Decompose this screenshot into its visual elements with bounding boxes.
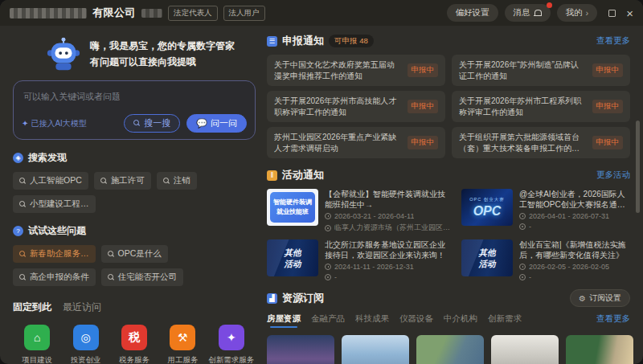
notice-card[interactable]: 关于开展2026年苏州市工程系列职称评审工作的通知 申报中: [452, 91, 630, 122]
app-tile-employment-service[interactable]: ⚒ 用工服务: [158, 325, 207, 364]
app-tile-project-construction[interactable]: ⌂ 项目建设: [13, 325, 61, 364]
chart-icon: ▟: [267, 293, 277, 304]
app-tile-investment-startup[interactable]: ◎ 投资创业: [61, 325, 109, 364]
ask-button[interactable]: 💬 问一问: [186, 114, 247, 133]
search-icon: [19, 251, 27, 258]
search-icon: [19, 274, 27, 281]
questions-title: 试试这些问题: [28, 224, 86, 238]
resource-card[interactable]: 蒲公英孵化器，苏州国际科技园五期，…: [566, 335, 633, 364]
discover-chip[interactable]: 人工智能OPC: [13, 172, 88, 190]
activity-location: -: [519, 273, 630, 281]
question-chip[interactable]: OPC是什么: [101, 245, 168, 263]
app-window: 有限公司 法定代表人 法人用户 偏好设置 消息 我的: [0, 0, 643, 364]
notices-more-link[interactable]: 查看更多: [596, 35, 630, 47]
search-button[interactable]: 搜一搜: [124, 114, 180, 133]
resource-tabs: 房屋资源 金融产品 科技成果 仪器设备 中介机构 创新需求 查看更多: [267, 313, 630, 328]
activity-card[interactable]: 其他 活动 北交所江苏服务基地设立园区企业接待日，欢迎园区企业来访来询！ 202…: [267, 239, 450, 281]
tab-pinned[interactable]: 固定到此: [13, 301, 51, 314]
notice-card[interactable]: 关于开展2026年“苏州制造”品牌认证工作的通知 申报中: [452, 55, 630, 86]
property-photo: [416, 335, 484, 364]
worker-icon: ⚒: [170, 325, 195, 350]
activity-card[interactable]: 智能硬件装调 就业技能班 【会帮就业】智能硬件装调就业技能班招生中→ 2026-…: [267, 189, 450, 233]
restore-window-button[interactable]: [608, 9, 616, 17]
scrollbar-thumb[interactable]: [636, 121, 640, 213]
tab-housing[interactable]: 房屋资源: [267, 313, 301, 328]
company-suffix: 有限公司: [92, 6, 136, 20]
search-icon: [108, 251, 115, 258]
assistant-search-box: ✦ 已接入AI大模型 搜一搜 💬 问一问: [13, 80, 256, 140]
activity-card[interactable]: OPC 创业大赛 OPC @全球AI创业者，2026国际人工智能OPC创业大赛报…: [461, 189, 630, 233]
status-badge: 申报中: [408, 63, 439, 77]
search-icon: [19, 201, 27, 208]
company-name-redacted: [10, 8, 87, 18]
activity-date: 2026-03-21 - 2026-04-11: [325, 212, 450, 220]
question-chip-highlighted[interactable]: 新春助企服务…: [13, 245, 96, 263]
left-panel: 嗨，我是易宝，您的专属数字管家 有问题可以直接向我提哦 ✦ 已接入AI大模型 搜…: [13, 35, 256, 364]
status-badge: 申报中: [592, 136, 624, 149]
bulb-icon: ✦: [219, 325, 244, 350]
resource-card[interactable]: 桑田岛科创园2号楼409室: [342, 335, 409, 364]
location-icon: [325, 274, 331, 280]
badge-corporate-user: 法人用户: [223, 6, 265, 21]
mascot-robot-icon: [45, 35, 82, 72]
question-chip[interactable]: 住宅能否开公司: [101, 268, 184, 286]
resource-card[interactable]: 6-9A0: [267, 335, 334, 364]
resources-more-link[interactable]: 查看更多: [596, 313, 630, 325]
notification-dot: [547, 2, 552, 8]
question-chips: 新春助企服务… OPC是什么 高企申报的条件 住宅能否开公司: [13, 245, 256, 286]
tab-recent[interactable]: 最近访问: [63, 301, 101, 314]
notice-card[interactable]: 关于组织开展第六批能源领域首台（套）重大技术装备申报工作的通知 申报中: [452, 127, 630, 158]
my-account-button[interactable]: 我的: [557, 4, 598, 22]
calendar-icon: ‖: [267, 170, 277, 181]
messages-button[interactable]: 消息: [505, 4, 551, 22]
property-photo: [566, 335, 633, 364]
document-icon: ☰: [267, 36, 277, 47]
discover-chip[interactable]: 小型建设工程…: [13, 195, 96, 213]
location-icon: [325, 225, 331, 231]
notice-card[interactable]: 关于开展2026年苏州市高技能人才职称评审工作的通知 申报中: [267, 91, 445, 122]
activity-thumbnail: OPC 创业大赛 OPC: [461, 189, 513, 226]
app-tile-tax-service[interactable]: 税 税务服务: [110, 325, 158, 364]
notices-header: ☰ 申报通知 可申报 48 查看更多: [267, 34, 630, 48]
titlebar-actions: 偏好设置 消息 我的: [447, 4, 633, 22]
app-tile-innovation-demand[interactable]: ✦ 创新需求服务: [207, 325, 256, 364]
discover-chip[interactable]: 注销: [157, 172, 197, 190]
status-badge: 申报中: [408, 100, 439, 113]
resource-card-row: 6-9A0 桑田岛科创园2号楼409室 56文创园，通园路，办公，95-1800…: [267, 335, 630, 364]
ai-model-note: ✦ 已接入AI大模型: [22, 118, 87, 129]
ask-button-label: 问一问: [211, 117, 237, 129]
chat-icon: 💬: [196, 118, 207, 129]
question-icon: ?: [13, 226, 23, 236]
activity-location: 临享人力资源市场（苏州工业园区…: [325, 223, 450, 233]
tab-intermediaries[interactable]: 中介机构: [444, 313, 477, 328]
activities-more-link[interactable]: 更多活动: [596, 170, 630, 181]
tab-finance[interactable]: 金融产品: [311, 313, 345, 328]
activity-card[interactable]: 其他 活动 创业百宝箱|《新增值税法实施后，有哪些新变化值得关注》 2026-0…: [461, 239, 630, 281]
resources-title: 资源订阅: [282, 291, 324, 305]
tab-tech-achievements[interactable]: 科技成果: [355, 313, 389, 328]
activity-thumbnail: 其他 活动: [461, 239, 513, 276]
location-icon: [519, 223, 526, 230]
property-photo: [491, 335, 559, 364]
close-window-button[interactable]: [626, 7, 633, 19]
tab-instruments[interactable]: 仪器设备: [399, 313, 433, 328]
activities-title: 活动通知: [282, 168, 324, 182]
notice-card[interactable]: 苏州工业园区2026年重点产业紧缺人才需求调研启动 申报中: [267, 127, 445, 158]
gear-icon: [579, 294, 586, 303]
resource-card[interactable]: 富华科技大厦，崇文路，办公，1340平: [491, 335, 559, 364]
discover-chip[interactable]: 施工许可: [94, 172, 151, 190]
notice-card[interactable]: 关于中国文化艺术政府奖第五届动漫奖申报推荐工作的通知 申报中: [267, 55, 445, 86]
status-badge: 申报中: [408, 136, 439, 149]
resources-header: ▟ 资源订阅 订阅设置: [267, 289, 630, 307]
preferences-button[interactable]: 偏好设置: [447, 4, 498, 22]
activity-location: -: [325, 273, 450, 281]
messages-label: 消息: [514, 7, 530, 18]
search-input[interactable]: [22, 91, 247, 102]
tax-shield-icon: 税: [121, 325, 147, 350]
resource-card[interactable]: 56文创园，通园路，办公，95-1800平: [416, 335, 484, 364]
discover-title: 搜索发现: [28, 151, 67, 165]
subscription-settings-button[interactable]: 订阅设置: [570, 289, 630, 307]
app-tabs: 固定到此 最近访问: [13, 301, 256, 314]
question-chip[interactable]: 高企申报的条件: [13, 268, 96, 286]
tab-innovation-demand[interactable]: 创新需求: [488, 313, 522, 328]
